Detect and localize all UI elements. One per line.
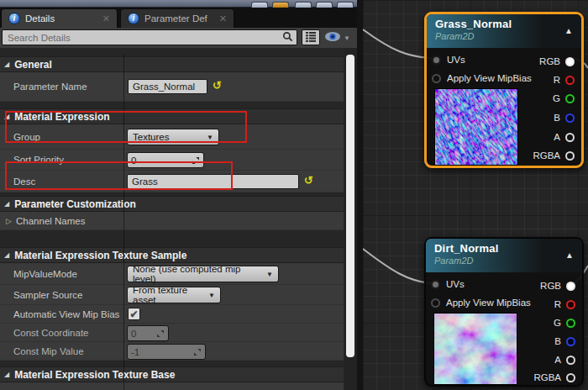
numeric-drag-icon	[193, 348, 202, 356]
uvs-input-pin[interactable]	[431, 280, 440, 289]
output-pin-row-rgba: RGBA	[533, 371, 575, 384]
pin-label: Apply View MipBias	[447, 73, 532, 83]
property-row-group: Group Textures ▼	[0, 124, 344, 150]
reset-to-default-icon[interactable]: ↺	[213, 80, 222, 91]
section-expanded-icon: ◢	[4, 201, 9, 208]
search-input[interactable]	[3, 33, 282, 43]
output-pin-row-b: B	[554, 335, 575, 348]
r-output-pin[interactable]	[566, 300, 575, 309]
sampler-source-dropdown[interactable]: From texture asset ▼	[127, 287, 221, 303]
group-dropdown[interactable]: Textures ▼	[127, 129, 219, 145]
tab-parameter-defaults[interactable]: i Parameter Default: ✕	[120, 8, 234, 28]
property-row-sort-priority: Sort Priority 0	[0, 150, 344, 171]
output-pin-row-a: A	[554, 130, 575, 144]
property-label: Const Mip Value	[13, 346, 84, 356]
rgb-output-pin[interactable]	[565, 57, 575, 66]
section-title: Material Expression	[14, 111, 109, 123]
visibility-filter-button[interactable]: ▼	[324, 30, 356, 45]
node-title: Dirt_Normal	[434, 242, 574, 255]
toolbar-strip	[0, 0, 363, 8]
parameter-name-input[interactable]	[128, 79, 207, 94]
material-graph-canvas[interactable]: Grass_Normal Param2D ▲ UVs Apply View Mi…	[363, 0, 588, 390]
details-panel: i Details ✕ i Parameter Default: ✕	[0, 8, 363, 390]
output-pin-row-b: B	[554, 111, 575, 124]
node-subtitle: Param2D	[434, 256, 574, 266]
section-header-parameter-customization[interactable]: ◢ Parameter Customization	[0, 196, 344, 212]
toolbar-button-active[interactable]	[272, 2, 289, 8]
output-pin-row-rgba: RGBA	[533, 149, 575, 162]
section-header-texture-sample[interactable]: ◢ Material Expression Texture Sample	[0, 247, 344, 263]
tab-close-icon[interactable]: ✕	[213, 13, 227, 24]
rgba-output-pin[interactable]	[566, 373, 575, 382]
search-box	[2, 29, 297, 45]
node-header[interactable]: Grass_Normal Param2D ▲	[427, 14, 581, 48]
field-value: 0	[131, 155, 136, 166]
uvs-input-pin[interactable]	[432, 55, 441, 65]
numeric-drag-icon[interactable]	[192, 156, 200, 165]
desc-input[interactable]	[127, 174, 299, 189]
pin-label: UVs	[447, 55, 465, 65]
column-splitter[interactable]	[123, 55, 124, 390]
output-pin-row-r: R	[554, 298, 575, 311]
scrollbar-thumb[interactable]	[346, 55, 354, 357]
scrollbar-track[interactable]	[344, 48, 357, 390]
node-header[interactable]: Dirt_Normal Param2D ▲	[426, 239, 582, 272]
toolbar-button[interactable]	[251, 2, 268, 8]
pin-label: G	[554, 318, 561, 328]
rgba-output-pin[interactable]	[565, 151, 575, 161]
toolbar-button[interactable]	[316, 2, 333, 8]
toolbar-button[interactable]	[337, 2, 354, 8]
property-row-channel-names[interactable]: ▷ Channel Names	[0, 212, 344, 230]
section-title: Material Expression Texture Base	[14, 369, 175, 381]
tab-info-icon: i	[128, 13, 139, 24]
g-output-pin[interactable]	[566, 319, 575, 328]
section-expanded-icon: ◢	[4, 113, 9, 120]
section-header-texture-base[interactable]: ◢ Material Expression Texture Base	[0, 366, 344, 382]
node-subtitle: Param2D	[435, 31, 573, 41]
property-label: Channel Names	[16, 216, 85, 226]
output-pin-row-g: G	[553, 92, 575, 105]
b-output-pin[interactable]	[565, 113, 575, 123]
mipvaluemode-dropdown[interactable]: None (use computed mip level) ▼	[127, 266, 279, 282]
r-output-pin[interactable]	[565, 76, 575, 85]
toolbar-button[interactable]	[295, 2, 312, 8]
node-collapse-icon[interactable]: ▲	[565, 250, 574, 260]
a-output-pin[interactable]	[566, 356, 575, 365]
automatic-view-mip-bias-checkbox[interactable]: ✔	[128, 308, 140, 320]
a-output-pin[interactable]	[565, 133, 575, 142]
node-grass-normal[interactable]: Grass_Normal Param2D ▲ UVs Apply View Mi…	[424, 12, 584, 168]
property-row-const-coordinate: Const Coordinate 0	[0, 324, 344, 342]
field-value: 0	[131, 329, 136, 339]
input-pin-row-uvs: UVs	[431, 279, 465, 289]
dropdown-caret-icon: ▼	[344, 34, 350, 42]
rgb-output-pin[interactable]	[566, 282, 575, 291]
eye-icon	[324, 30, 341, 45]
dirt-normal-texture-preview	[433, 313, 517, 385]
property-row-mipvaluemode: MipValueMode None (use computed mip leve…	[0, 263, 344, 285]
apply-view-mipbias-input-pin[interactable]	[432, 74, 441, 83]
b-output-pin[interactable]	[566, 337, 575, 346]
reset-to-default-icon[interactable]: ↺	[304, 175, 313, 186]
property-list: ◢ General Parameter Name ↺ ◢ Material Ex…	[0, 48, 363, 390]
property-label: Automatic View Mip Bias	[13, 309, 119, 319]
tab-close-icon[interactable]: ✕	[96, 13, 110, 24]
section-header-material-expression[interactable]: ◢ Material Expression	[0, 108, 344, 124]
node-collapse-icon[interactable]: ▲	[564, 26, 573, 35]
node-dirt-normal[interactable]: Dirt_Normal Param2D ▲ UVs Apply View Mip…	[424, 237, 584, 387]
tab-details[interactable]: i Details ✕	[1, 8, 118, 28]
property-row-automatic-view-mip-bias: Automatic View Mip Bias ✔	[0, 305, 344, 324]
pin-label: RGB	[540, 281, 561, 291]
g-output-pin[interactable]	[565, 94, 575, 103]
dropdown-caret-icon: ▼	[207, 134, 213, 141]
pin-label: R	[554, 75, 560, 85]
apply-view-mipbias-input-pin[interactable]	[431, 298, 440, 308]
tab-info-icon: i	[8, 13, 20, 24]
pin-label: A	[554, 132, 560, 142]
grid-view-button[interactable]	[302, 29, 320, 45]
section-header-general[interactable]: ◢ General	[0, 56, 344, 72]
property-row-sampler-source: Sampler Source From texture asset ▼	[0, 285, 344, 305]
pin-label: RGB	[539, 56, 560, 66]
property-label: Sampler Source	[13, 290, 82, 300]
panel-divider[interactable]	[357, 0, 363, 390]
sort-priority-field[interactable]: 0	[127, 152, 204, 168]
